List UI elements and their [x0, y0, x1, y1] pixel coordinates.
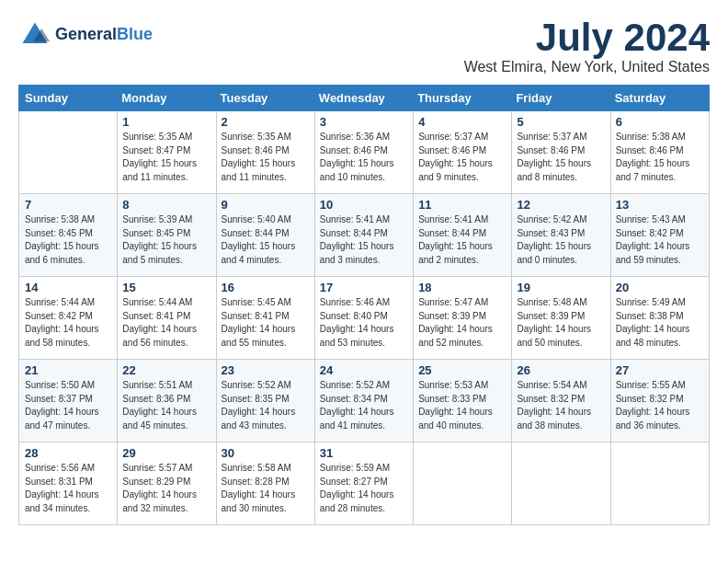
- calendar-cell: 12 Sunrise: 5:42 AM Sunset: 8:43 PM Dayl…: [512, 194, 610, 277]
- calendar-cell: 29 Sunrise: 5:57 AM Sunset: 8:29 PM Dayl…: [118, 442, 216, 525]
- location-text: West Elmira, New York, United States: [464, 59, 710, 75]
- day-info: Sunrise: 5:57 AM Sunset: 8:29 PM Dayligh…: [122, 462, 210, 515]
- day-info: Sunrise: 5:41 AM Sunset: 8:44 PM Dayligh…: [320, 213, 408, 267]
- day-number: 7: [25, 198, 112, 212]
- calendar-cell: 27 Sunrise: 5:55 AM Sunset: 8:32 PM Dayl…: [610, 360, 709, 442]
- calendar-cell: [610, 442, 709, 525]
- day-number: 31: [320, 446, 408, 460]
- day-info: Sunrise: 5:35 AM Sunset: 8:46 PM Dayligh…: [222, 131, 310, 184]
- calendar-cell: 31 Sunrise: 5:59 AM Sunset: 8:27 PM Dayl…: [314, 442, 413, 525]
- month-title: July 2024: [464, 18, 710, 57]
- day-info: Sunrise: 5:55 AM Sunset: 8:32 PM Dayligh…: [616, 379, 704, 432]
- page-header: GeneralBlue July 2024 West Elmira, New Y…: [18, 18, 710, 75]
- col-header-wednesday: Wednesday: [314, 86, 413, 111]
- day-number: 13: [616, 198, 704, 212]
- calendar-cell: 18 Sunrise: 5:47 AM Sunset: 8:39 PM Dayl…: [414, 277, 512, 360]
- calendar-cell: 7 Sunrise: 5:38 AM Sunset: 8:45 PM Dayli…: [19, 194, 118, 277]
- calendar-cell: 4 Sunrise: 5:37 AM Sunset: 8:46 PM Dayli…: [414, 111, 512, 194]
- day-info: Sunrise: 5:56 AM Sunset: 8:31 PM Dayligh…: [25, 462, 112, 515]
- logo: GeneralBlue: [18, 18, 153, 52]
- day-info: Sunrise: 5:49 AM Sunset: 8:38 PM Dayligh…: [616, 296, 704, 350]
- day-number: 14: [25, 281, 112, 294]
- day-number: 22: [122, 363, 210, 377]
- logo-icon: [18, 18, 51, 52]
- title-block: July 2024 West Elmira, New York, United …: [464, 18, 710, 75]
- col-header-saturday: Saturday: [610, 86, 709, 111]
- day-number: 3: [320, 115, 408, 129]
- day-number: 24: [320, 363, 408, 377]
- day-number: 1: [122, 115, 210, 129]
- day-info: Sunrise: 5:52 AM Sunset: 8:34 PM Dayligh…: [320, 379, 408, 432]
- day-number: 30: [222, 446, 310, 460]
- calendar-cell: 28 Sunrise: 5:56 AM Sunset: 8:31 PM Dayl…: [19, 442, 118, 525]
- day-number: 28: [25, 446, 112, 460]
- day-info: Sunrise: 5:54 AM Sunset: 8:32 PM Dayligh…: [517, 379, 605, 432]
- day-info: Sunrise: 5:36 AM Sunset: 8:46 PM Dayligh…: [320, 131, 408, 184]
- calendar-cell: [19, 111, 118, 194]
- day-info: Sunrise: 5:52 AM Sunset: 8:35 PM Dayligh…: [222, 379, 310, 432]
- day-number: 17: [320, 281, 408, 294]
- calendar-week-3: 14 Sunrise: 5:44 AM Sunset: 8:42 PM Dayl…: [19, 277, 710, 360]
- day-info: Sunrise: 5:42 AM Sunset: 8:43 PM Dayligh…: [517, 213, 605, 267]
- calendar-cell: 11 Sunrise: 5:41 AM Sunset: 8:44 PM Dayl…: [414, 194, 512, 277]
- day-number: 5: [517, 115, 605, 129]
- calendar-cell: 6 Sunrise: 5:38 AM Sunset: 8:46 PM Dayli…: [610, 111, 709, 194]
- day-info: Sunrise: 5:46 AM Sunset: 8:40 PM Dayligh…: [320, 296, 408, 350]
- calendar-cell: 24 Sunrise: 5:52 AM Sunset: 8:34 PM Dayl…: [314, 360, 413, 442]
- calendar-cell: 20 Sunrise: 5:49 AM Sunset: 8:38 PM Dayl…: [610, 277, 709, 360]
- day-number: 27: [616, 363, 704, 377]
- day-info: Sunrise: 5:44 AM Sunset: 8:42 PM Dayligh…: [25, 296, 112, 350]
- day-info: Sunrise: 5:48 AM Sunset: 8:39 PM Dayligh…: [517, 296, 605, 350]
- day-number: 15: [122, 281, 210, 294]
- day-info: Sunrise: 5:51 AM Sunset: 8:36 PM Dayligh…: [122, 379, 210, 432]
- day-number: 9: [222, 198, 310, 212]
- calendar-cell: 21 Sunrise: 5:50 AM Sunset: 8:37 PM Dayl…: [19, 360, 118, 442]
- calendar-table: SundayMondayTuesdayWednesdayThursdayFrid…: [18, 85, 710, 525]
- calendar-cell: 23 Sunrise: 5:52 AM Sunset: 8:35 PM Dayl…: [216, 360, 314, 442]
- day-info: Sunrise: 5:39 AM Sunset: 8:45 PM Dayligh…: [122, 213, 210, 267]
- day-number: 29: [122, 446, 210, 460]
- day-number: 6: [616, 115, 704, 129]
- day-info: Sunrise: 5:45 AM Sunset: 8:41 PM Dayligh…: [222, 296, 310, 350]
- day-info: Sunrise: 5:37 AM Sunset: 8:46 PM Dayligh…: [517, 131, 605, 184]
- calendar-cell: 17 Sunrise: 5:46 AM Sunset: 8:40 PM Dayl…: [314, 277, 413, 360]
- day-info: Sunrise: 5:40 AM Sunset: 8:44 PM Dayligh…: [222, 213, 310, 267]
- calendar-week-5: 28 Sunrise: 5:56 AM Sunset: 8:31 PM Dayl…: [19, 442, 710, 525]
- day-info: Sunrise: 5:47 AM Sunset: 8:39 PM Dayligh…: [418, 296, 506, 350]
- calendar-cell: 15 Sunrise: 5:44 AM Sunset: 8:41 PM Dayl…: [118, 277, 216, 360]
- day-info: Sunrise: 5:38 AM Sunset: 8:45 PM Dayligh…: [25, 213, 112, 267]
- logo-text-line1: GeneralBlue: [55, 26, 153, 44]
- day-info: Sunrise: 5:50 AM Sunset: 8:37 PM Dayligh…: [25, 379, 112, 432]
- col-header-sunday: Sunday: [19, 86, 118, 111]
- calendar-cell: 3 Sunrise: 5:36 AM Sunset: 8:46 PM Dayli…: [314, 111, 413, 194]
- day-number: 2: [222, 115, 310, 129]
- day-number: 8: [122, 198, 210, 212]
- calendar-header-row: SundayMondayTuesdayWednesdayThursdayFrid…: [19, 86, 710, 111]
- calendar-cell: [512, 442, 610, 525]
- calendar-cell: 1 Sunrise: 5:35 AM Sunset: 8:47 PM Dayli…: [118, 111, 216, 194]
- calendar-week-2: 7 Sunrise: 5:38 AM Sunset: 8:45 PM Dayli…: [19, 194, 710, 277]
- day-info: Sunrise: 5:53 AM Sunset: 8:33 PM Dayligh…: [418, 379, 506, 432]
- day-info: Sunrise: 5:43 AM Sunset: 8:42 PM Dayligh…: [616, 213, 704, 267]
- day-info: Sunrise: 5:44 AM Sunset: 8:41 PM Dayligh…: [122, 296, 210, 350]
- calendar-cell: 10 Sunrise: 5:41 AM Sunset: 8:44 PM Dayl…: [314, 194, 413, 277]
- calendar-body: 1 Sunrise: 5:35 AM Sunset: 8:47 PM Dayli…: [19, 111, 710, 525]
- day-number: 18: [418, 281, 506, 294]
- calendar-cell: [414, 442, 512, 525]
- day-number: 25: [418, 363, 506, 377]
- calendar-cell: 2 Sunrise: 5:35 AM Sunset: 8:46 PM Dayli…: [216, 111, 314, 194]
- col-header-thursday: Thursday: [414, 86, 512, 111]
- day-number: 16: [222, 281, 310, 294]
- day-number: 11: [418, 198, 506, 212]
- calendar-cell: 9 Sunrise: 5:40 AM Sunset: 8:44 PM Dayli…: [216, 194, 314, 277]
- day-number: 26: [517, 363, 605, 377]
- calendar-cell: 16 Sunrise: 5:45 AM Sunset: 8:41 PM Dayl…: [216, 277, 314, 360]
- calendar-cell: 25 Sunrise: 5:53 AM Sunset: 8:33 PM Dayl…: [414, 360, 512, 442]
- calendar-week-4: 21 Sunrise: 5:50 AM Sunset: 8:37 PM Dayl…: [19, 360, 710, 442]
- calendar-cell: 26 Sunrise: 5:54 AM Sunset: 8:32 PM Dayl…: [512, 360, 610, 442]
- col-header-tuesday: Tuesday: [216, 86, 314, 111]
- day-number: 10: [320, 198, 408, 212]
- col-header-friday: Friday: [512, 86, 610, 111]
- calendar-cell: 30 Sunrise: 5:58 AM Sunset: 8:28 PM Dayl…: [216, 442, 314, 525]
- day-info: Sunrise: 5:35 AM Sunset: 8:47 PM Dayligh…: [122, 131, 210, 184]
